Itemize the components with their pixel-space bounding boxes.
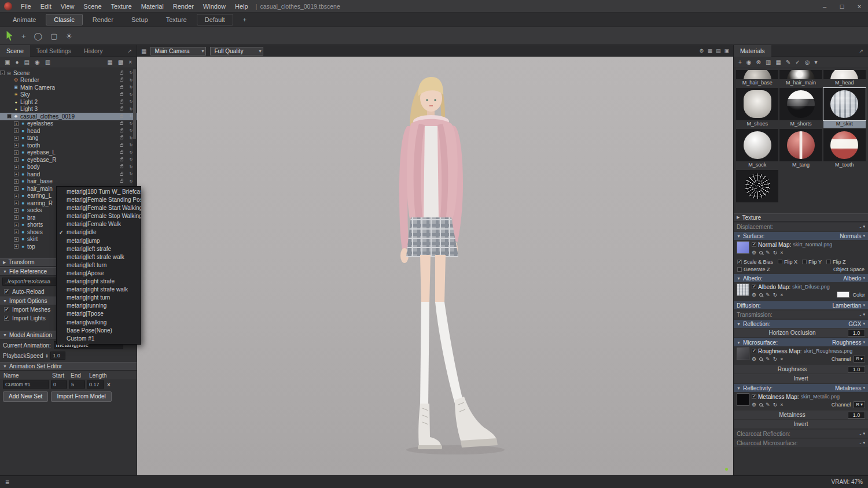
chevron-down-icon[interactable]: ▾ bbox=[863, 276, 865, 280]
expander-icon[interactable]: + bbox=[14, 244, 19, 249]
material-item[interactable]: M_shoes bbox=[736, 88, 778, 128]
grid-toggle-icon[interactable]: ▦ bbox=[707, 48, 712, 54]
scene-tree-item[interactable]: - Scene ↻ bbox=[0, 69, 137, 77]
scale-tool-icon[interactable]: ▢ bbox=[50, 32, 57, 40]
import-lights-checkbox[interactable] bbox=[4, 316, 9, 321]
menu-item[interactable]: Material bbox=[137, 0, 168, 13]
lock-icon[interactable] bbox=[120, 144, 123, 147]
expander-icon[interactable] bbox=[7, 107, 12, 112]
surface-option[interactable]: Flip Y bbox=[802, 259, 822, 265]
workspace-tab[interactable]: Default bbox=[197, 14, 233, 25]
option-checkbox[interactable] bbox=[826, 260, 831, 264]
animation-menu-item[interactable]: metarig|right strafe walk bbox=[57, 286, 141, 294]
pick-material-icon[interactable]: ◎ bbox=[805, 59, 810, 65]
menu-item[interactable]: File bbox=[16, 0, 36, 13]
expander-icon[interactable]: + bbox=[14, 186, 19, 191]
workspace-tab[interactable]: + bbox=[235, 14, 255, 25]
duplicate-icon[interactable]: ▩ bbox=[118, 59, 123, 65]
popout-icon[interactable]: ↗ bbox=[858, 48, 865, 54]
lock-icon[interactable] bbox=[120, 79, 123, 82]
surface-option[interactable]: Flip Z bbox=[826, 259, 846, 265]
chevron-down-icon[interactable]: ▾ bbox=[863, 431, 865, 436]
menu-item[interactable]: Texture bbox=[106, 0, 137, 13]
menu-item[interactable]: Help bbox=[230, 0, 253, 13]
edit-icon[interactable]: ✎ bbox=[766, 356, 770, 362]
animation-menu-item[interactable]: metarig|180 Turn W_ Briefcase bbox=[57, 188, 141, 196]
animation-menu-item[interactable]: metarig|idle bbox=[57, 228, 141, 236]
material-item[interactable]: M_head bbox=[823, 70, 866, 87]
chevron-down-icon[interactable]: ▾ bbox=[863, 340, 865, 345]
expander-icon[interactable]: + bbox=[14, 143, 19, 147]
expander-icon[interactable]: + bbox=[14, 172, 19, 176]
reload-icon[interactable]: ↻ bbox=[773, 402, 778, 408]
add-new-set-button[interactable]: Add New Set bbox=[3, 391, 48, 402]
add-external-icon[interactable]: ▥ bbox=[45, 59, 50, 65]
metalness-field[interactable]: 1.0 bbox=[848, 412, 865, 419]
workspace-tab[interactable]: Texture bbox=[158, 14, 195, 25]
chevron-down-icon[interactable]: ▾ bbox=[863, 441, 865, 445]
expander-icon[interactable] bbox=[7, 99, 12, 104]
animation-menu-item[interactable]: metarig|Female Stop Walking bbox=[57, 212, 141, 220]
expander-icon[interactable] bbox=[7, 78, 12, 83]
invert-roughness-row[interactable]: Invert bbox=[734, 374, 868, 383]
workspace-tab[interactable]: Animate bbox=[5, 14, 44, 25]
animation-menu-item[interactable]: metarig|Tpose bbox=[57, 310, 141, 318]
animation-menu-item[interactable]: metarig|walking bbox=[57, 319, 141, 327]
search-icon[interactable] bbox=[759, 293, 763, 297]
edit-icon[interactable]: ✎ bbox=[766, 250, 770, 256]
speed-stepper[interactable]: ▲▼ bbox=[46, 353, 49, 358]
material-item[interactable]: M_sock bbox=[736, 129, 778, 169]
lock-icon[interactable] bbox=[120, 158, 123, 161]
animation-menu-item[interactable]: metarig|right turn bbox=[57, 294, 141, 302]
lock-icon[interactable] bbox=[120, 173, 123, 176]
workspace-tab[interactable]: Setup bbox=[123, 14, 156, 25]
albedo-color-swatch[interactable] bbox=[837, 291, 849, 298]
set-start-field[interactable]: 0 bbox=[51, 380, 67, 389]
expander-icon[interactable]: + bbox=[14, 165, 19, 169]
clear-icon[interactable]: × bbox=[780, 402, 783, 408]
scene-tree-item[interactable]: + eyelashes ↻ bbox=[0, 120, 137, 128]
roughness-map-checkbox[interactable] bbox=[752, 349, 756, 353]
expander-icon[interactable]: - bbox=[0, 71, 5, 75]
material-item[interactable]: M_hair_main bbox=[779, 70, 822, 87]
material-item[interactable]: M_shorts bbox=[779, 88, 822, 128]
reflection-header[interactable]: ▼ Reflection: GGX▾ bbox=[734, 320, 868, 328]
metalness-channel-select[interactable]: R▾ bbox=[854, 401, 865, 408]
albedo-map-thumbnail[interactable] bbox=[737, 283, 749, 296]
import-meshes-checkbox[interactable] bbox=[4, 307, 9, 312]
lock-icon[interactable] bbox=[120, 115, 123, 118]
left-panel-tab[interactable]: Scene bbox=[0, 45, 30, 57]
workspace-tab[interactable]: Classic bbox=[46, 14, 82, 25]
scene-tree-item[interactable]: + head ↻ bbox=[0, 127, 137, 135]
rotate-tool-icon[interactable]: ◯ bbox=[34, 32, 43, 40]
gear-icon[interactable]: ⚙ bbox=[752, 292, 756, 298]
option-checkbox[interactable] bbox=[778, 260, 782, 264]
expander-icon[interactable]: + bbox=[14, 157, 19, 162]
character-model[interactable] bbox=[377, 73, 522, 461]
scene-tree-item[interactable]: + hand ↻ bbox=[0, 171, 137, 178]
maximize-button[interactable]: □ bbox=[833, 0, 851, 13]
reload-icon[interactable]: ↻ bbox=[773, 356, 778, 362]
render-settings-icon[interactable]: ⚙ bbox=[699, 48, 704, 54]
roughness-field[interactable]: 1.0 bbox=[848, 366, 865, 373]
animation-menu-item[interactable]: metarig|Female Walk bbox=[57, 220, 141, 228]
search-icon[interactable] bbox=[759, 251, 763, 254]
camera-select[interactable]: Main Camera bbox=[150, 47, 206, 56]
reload-icon[interactable]: ↻ bbox=[773, 250, 778, 256]
animation-menu-item[interactable]: metarig|left strafe bbox=[57, 245, 141, 253]
displacement-header[interactable]: Displacement: -▾ bbox=[734, 223, 868, 231]
lock-icon[interactable] bbox=[120, 122, 123, 125]
expander-icon[interactable]: + bbox=[14, 230, 19, 234]
workspace-tab[interactable]: Render bbox=[84, 14, 122, 25]
split-view-icon[interactable]: ▤ bbox=[716, 48, 721, 54]
surface-header[interactable]: ▼ Surface: Normals▾ bbox=[734, 232, 868, 240]
close-button[interactable]: × bbox=[851, 0, 868, 13]
scene-tree-item[interactable]: + body ↻ bbox=[0, 164, 137, 171]
material-item[interactable] bbox=[736, 170, 778, 210]
lock-icon[interactable] bbox=[120, 136, 123, 139]
option-checkbox[interactable] bbox=[737, 260, 742, 264]
apply-material-icon[interactable]: ✓ bbox=[795, 59, 800, 65]
select-tool-icon[interactable] bbox=[6, 31, 13, 41]
material-item[interactable]: M_skirt bbox=[823, 88, 866, 128]
auto-reload-checkbox[interactable] bbox=[4, 289, 9, 294]
